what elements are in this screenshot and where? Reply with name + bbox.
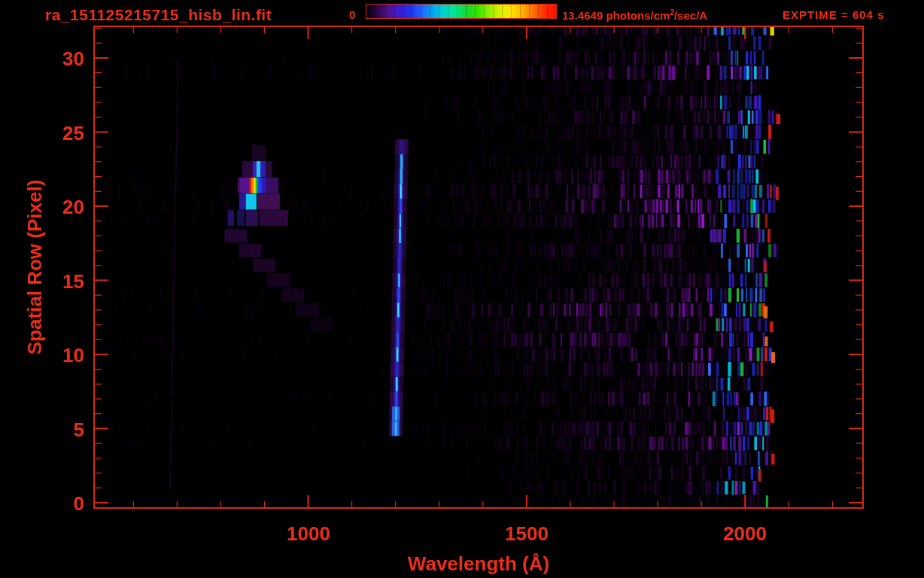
exptime-label: EXPTIME = 604 s bbox=[783, 8, 884, 21]
colorbar-max-label: 13.4649 photons/cm2/sec/A bbox=[562, 8, 707, 22]
y-axis-title: Spatial Row (Pixel) bbox=[23, 180, 47, 355]
spectral-image-canvas bbox=[0, 0, 924, 578]
y-tick-label-30: 30 bbox=[30, 47, 84, 71]
file-title: ra_151125215715_hisb_lin.fit bbox=[45, 6, 272, 24]
colorbar-min-label: 0 bbox=[349, 8, 355, 21]
x-tick-label-1500: 1500 bbox=[474, 522, 579, 546]
x-axis-title: Wavelength (Å) bbox=[373, 552, 584, 576]
spectral-viewer-window: ra_151125215715_hisb_lin.fit 0 13.4649 p… bbox=[0, 0, 924, 578]
colorbar bbox=[366, 4, 557, 19]
colorbar-banding bbox=[366, 5, 556, 18]
colorbar-max-value: 13.4649 photons/cm bbox=[562, 9, 670, 22]
y-tick-label-0: 0 bbox=[30, 492, 84, 516]
x-tick-label-2000: 2000 bbox=[692, 522, 798, 546]
x-tick-label-1000: 1000 bbox=[256, 522, 361, 546]
y-tick-label-25: 25 bbox=[30, 122, 84, 145]
colorbar-max-units: /sec/A bbox=[674, 9, 707, 22]
y-tick-label-5: 5 bbox=[30, 418, 84, 442]
